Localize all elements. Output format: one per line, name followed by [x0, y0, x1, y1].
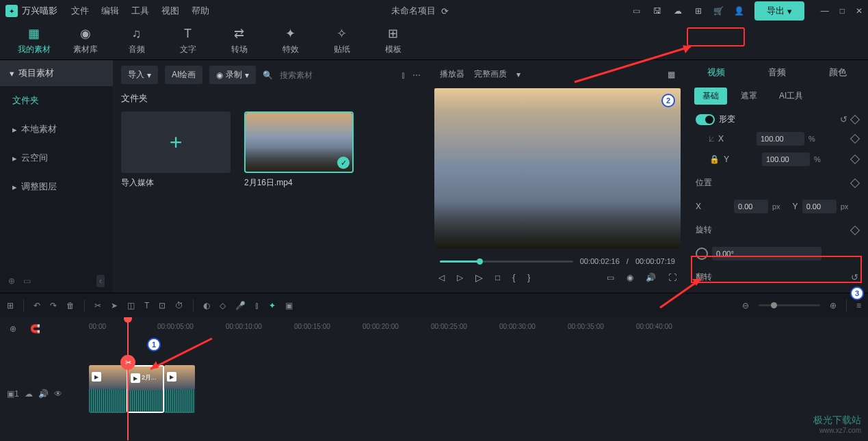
- color-icon[interactable]: ◐: [203, 301, 210, 310]
- stop-icon[interactable]: □: [495, 273, 500, 282]
- play-icon[interactable]: ▷: [475, 272, 483, 283]
- mark-icon[interactable]: ▣: [285, 301, 293, 310]
- minimize-button[interactable]: —: [821, 6, 829, 16]
- ai-cut-icon[interactable]: ✦: [269, 301, 276, 310]
- chevron-down-icon[interactable]: ▾: [516, 70, 521, 79]
- menu-edit[interactable]: 编辑: [101, 5, 119, 17]
- split-handle-icon[interactable]: ✂: [120, 355, 135, 370]
- menu-file[interactable]: 文件: [71, 5, 89, 17]
- cart-icon[interactable]: 🛒: [713, 5, 724, 16]
- more-icon[interactable]: ⋯: [412, 70, 421, 80]
- display-icon[interactable]: ▭: [607, 273, 614, 282]
- adjust-icon[interactable]: ⫿: [255, 301, 259, 310]
- apps-icon[interactable]: ⊞: [693, 5, 704, 16]
- prop-tab-video[interactable]: 视频: [686, 60, 747, 85]
- menu-tools[interactable]: 工具: [131, 5, 149, 17]
- list-icon[interactable]: ≡: [856, 301, 861, 310]
- progress-bar[interactable]: [440, 260, 573, 263]
- link-icon[interactable]: ⟀: [709, 134, 714, 144]
- text-tool-icon[interactable]: T: [144, 301, 149, 310]
- tab-library[interactable]: ◉素材库: [60, 26, 111, 55]
- export-button[interactable]: 导出▾: [754, 1, 804, 21]
- sidebar-head[interactable]: ▾项目素材: [0, 60, 113, 86]
- zoom-out-icon[interactable]: ⊖: [742, 301, 749, 310]
- keyframe-tool-icon[interactable]: ◇: [220, 301, 226, 310]
- zoom-slider[interactable]: [759, 304, 820, 306]
- tab-transition[interactable]: ⇄转场: [213, 26, 265, 55]
- new-folder-icon[interactable]: ⊕: [8, 276, 15, 286]
- mute-icon[interactable]: 🔊: [38, 389, 49, 399]
- visibility-icon[interactable]: 👁: [54, 389, 62, 399]
- prop-tab-audio[interactable]: 音频: [747, 60, 808, 85]
- tab-template[interactable]: ⊞模板: [367, 26, 419, 55]
- zoom-in-icon[interactable]: ⊕: [830, 301, 837, 310]
- magnet-icon[interactable]: 🧲: [30, 324, 40, 334]
- timeline-clip-selected[interactable]: ▶2月...: [127, 365, 164, 413]
- timeline-clip[interactable]: ▶: [164, 365, 195, 413]
- image-icon[interactable]: ▦: [668, 70, 675, 79]
- grid-icon[interactable]: ⊞: [7, 301, 14, 310]
- user-icon[interactable]: 👤: [734, 5, 745, 16]
- reset-icon[interactable]: ↺: [851, 272, 858, 282]
- keyframe-icon[interactable]: [850, 225, 860, 235]
- snapshot-icon[interactable]: ◉: [627, 273, 633, 282]
- fullscreen-icon[interactable]: ⛶: [668, 273, 676, 282]
- subtab-basic[interactable]: 基础: [694, 88, 727, 105]
- prop-tab-color[interactable]: 颜色: [807, 60, 868, 85]
- collapse-icon[interactable]: ‹: [96, 275, 105, 287]
- redo-icon[interactable]: ↷: [50, 301, 57, 310]
- transform-toggle[interactable]: [696, 114, 715, 125]
- x-input[interactable]: [757, 132, 804, 146]
- maximize-button[interactable]: □: [840, 6, 845, 16]
- timeline-clip[interactable]: ▶: [89, 365, 127, 413]
- cloud-icon[interactable]: ☁: [672, 5, 683, 16]
- reset-icon[interactable]: ↺: [840, 114, 847, 124]
- sync-icon[interactable]: ⟳: [441, 6, 449, 16]
- delete-icon[interactable]: 🗑: [66, 301, 75, 310]
- keyframe-icon[interactable]: [850, 155, 860, 164]
- next-frame-icon[interactable]: ▷: [457, 273, 463, 282]
- tab-audio[interactable]: ♫音频: [111, 27, 162, 55]
- menu-view[interactable]: 视图: [161, 5, 179, 17]
- px-input[interactable]: [734, 200, 768, 213]
- mic-icon[interactable]: 🎤: [235, 301, 246, 310]
- volume-icon[interactable]: 🔊: [646, 273, 656, 282]
- playhead[interactable]: [127, 317, 129, 440]
- sidebar-item-local[interactable]: ▸本地素材: [0, 115, 113, 144]
- bracket-out-icon[interactable]: }: [527, 273, 530, 282]
- py-input[interactable]: [802, 200, 837, 213]
- rotate-wheel[interactable]: [696, 248, 708, 260]
- tab-effects[interactable]: ✦特效: [265, 26, 316, 55]
- keyframe-icon[interactable]: [850, 134, 860, 144]
- subtab-mask[interactable]: 遮罩: [733, 88, 765, 105]
- keyframe-icon[interactable]: [850, 178, 860, 187]
- folder-icon[interactable]: ▭: [23, 276, 31, 286]
- speed-icon[interactable]: ⏱: [175, 301, 183, 310]
- device-icon[interactable]: ▭: [631, 5, 642, 16]
- import-button[interactable]: 导入▾: [121, 66, 158, 84]
- cloud-track-icon[interactable]: ☁: [25, 389, 33, 399]
- media-clip[interactable]: ✓ 2月16日.mp4: [244, 111, 354, 189]
- video-preview[interactable]: 2: [434, 88, 681, 249]
- tab-my-media[interactable]: ▦我的素材: [8, 26, 60, 55]
- lock-icon[interactable]: 🔒: [709, 155, 720, 164]
- search-input[interactable]: [280, 70, 362, 80]
- ai-paint-button[interactable]: AI绘画: [165, 66, 202, 84]
- bracket-in-icon[interactable]: {: [512, 273, 515, 282]
- save-icon[interactable]: 🖫: [652, 5, 663, 16]
- add-track-icon[interactable]: ⊕: [10, 324, 16, 334]
- subtab-ai[interactable]: AI工具: [771, 88, 811, 105]
- filter-icon[interactable]: ⫿: [402, 70, 406, 80]
- tab-text[interactable]: T文字: [162, 27, 213, 55]
- mosaic-icon[interactable]: ⊡: [159, 301, 166, 310]
- undo-icon[interactable]: ↶: [34, 301, 40, 310]
- sidebar-item-cloud[interactable]: ▸云空间: [0, 144, 113, 172]
- rotate-input[interactable]: [712, 247, 821, 260]
- tab-sticker[interactable]: ✧贴纸: [316, 26, 367, 55]
- menu-help[interactable]: 帮助: [192, 5, 209, 17]
- keyframe-icon[interactable]: [850, 114, 860, 124]
- y-input[interactable]: [762, 152, 810, 166]
- quality-select[interactable]: 完整画质: [474, 68, 507, 80]
- sidebar-item-adjust[interactable]: ▸调整图层: [0, 172, 113, 201]
- cut-icon[interactable]: ✂: [94, 301, 101, 310]
